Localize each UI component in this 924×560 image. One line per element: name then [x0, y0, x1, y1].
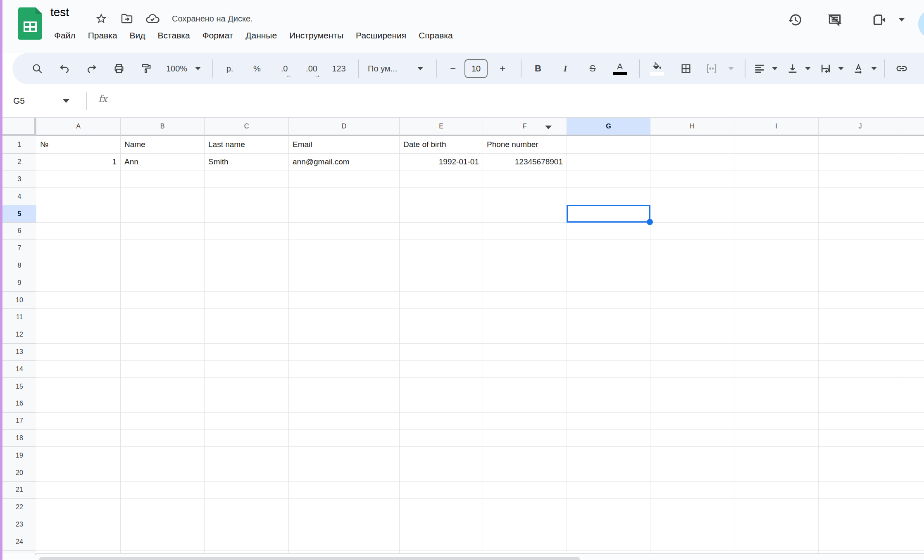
cell-G18[interactable]: [567, 430, 650, 447]
column-header-K[interactable]: K: [902, 118, 924, 136]
menu-format[interactable]: Формат: [196, 28, 240, 43]
cell-G3[interactable]: [567, 171, 650, 188]
cell-F13[interactable]: [483, 344, 567, 361]
cell-K2[interactable]: [902, 154, 924, 171]
cell-J9[interactable]: [819, 274, 902, 292]
cell-J20[interactable]: [819, 464, 902, 482]
cell-G19[interactable]: [567, 447, 650, 464]
column-header-J[interactable]: J: [819, 118, 902, 136]
cell-I12[interactable]: [734, 326, 819, 344]
cell-I9[interactable]: [734, 274, 819, 292]
cell-E5[interactable]: [400, 205, 483, 223]
cell-K14[interactable]: [902, 361, 924, 378]
cell-D5[interactable]: [289, 205, 400, 223]
cell-A18[interactable]: [36, 430, 121, 447]
strikethrough-button[interactable]: S: [583, 58, 603, 79]
cell-D18[interactable]: [289, 430, 400, 447]
cell-F3[interactable]: [483, 171, 567, 188]
cell-B12[interactable]: [121, 326, 205, 344]
cell-C5[interactable]: [205, 205, 289, 223]
cell-F2[interactable]: 12345678901: [483, 154, 567, 171]
cell-D7[interactable]: [289, 240, 400, 257]
cell-G8[interactable]: [567, 257, 650, 275]
column-header-A[interactable]: A: [36, 118, 121, 136]
meet-camera-icon[interactable]: [870, 11, 888, 29]
cell-D10[interactable]: [289, 292, 400, 309]
cell-J19[interactable]: [819, 447, 902, 464]
cell-K23[interactable]: [902, 516, 924, 534]
cell-D19[interactable]: [289, 447, 400, 464]
row-header-6[interactable]: 6: [2, 223, 36, 240]
menu-extensions[interactable]: Расширения: [350, 28, 412, 43]
cell-partial-K[interactable]: [902, 551, 924, 554]
cell-A1[interactable]: №: [36, 136, 121, 154]
paint-format-icon[interactable]: [136, 58, 156, 79]
cell-H23[interactable]: [650, 516, 734, 534]
cell-C2[interactable]: Smith: [205, 154, 289, 171]
cell-F24[interactable]: [483, 533, 567, 551]
cell-F10[interactable]: [483, 292, 567, 309]
cell-C24[interactable]: [205, 533, 289, 551]
row-header-24[interactable]: 24: [2, 533, 36, 551]
meet-dropdown-caret[interactable]: [896, 11, 907, 29]
text-color-button[interactable]: A: [610, 58, 630, 79]
star-icon[interactable]: [94, 12, 108, 26]
column-header-G[interactable]: G: [567, 118, 650, 136]
cell-F21[interactable]: [483, 482, 567, 499]
cell-J23[interactable]: [819, 516, 902, 534]
row-header-20[interactable]: 20: [2, 464, 36, 482]
filter-dropdown-icon[interactable]: [545, 126, 552, 129]
cell-B22[interactable]: [121, 499, 205, 516]
cell-F12[interactable]: [483, 326, 567, 344]
cell-I15[interactable]: [734, 378, 819, 395]
cell-D20[interactable]: [289, 464, 400, 482]
cell-I20[interactable]: [734, 464, 819, 482]
font-family-select[interactable]: По ум...: [365, 58, 427, 79]
cell-A24[interactable]: [36, 533, 121, 551]
cell-A10[interactable]: [36, 292, 121, 309]
cell-A21[interactable]: [36, 482, 121, 499]
cell-D15[interactable]: [289, 378, 400, 395]
cell-C14[interactable]: [205, 361, 289, 378]
cell-K22[interactable]: [902, 499, 924, 516]
cell-H8[interactable]: [650, 257, 734, 275]
row-header-9[interactable]: 9: [2, 274, 36, 292]
cell-J6[interactable]: [819, 223, 902, 240]
row-header-13[interactable]: 13: [2, 344, 36, 361]
cell-J24[interactable]: [819, 533, 902, 551]
cell-G20[interactable]: [567, 464, 650, 482]
cell-G4[interactable]: [567, 188, 650, 205]
cell-G24[interactable]: [567, 533, 650, 551]
cell-E21[interactable]: [400, 482, 483, 499]
cell-G21[interactable]: [567, 482, 650, 499]
cell-C16[interactable]: [205, 395, 289, 413]
cell-B14[interactable]: [121, 361, 205, 378]
cell-G15[interactable]: [567, 378, 650, 395]
text-wrap-button[interactable]: [818, 58, 845, 79]
cell-E2[interactable]: 1992-01-01: [400, 154, 483, 171]
increase-font-size-button[interactable]: +: [493, 58, 512, 79]
horizontal-scrollbar-thumb[interactable]: [39, 557, 580, 560]
cell-E15[interactable]: [400, 378, 483, 395]
cell-C22[interactable]: [205, 499, 289, 516]
cell-F9[interactable]: [483, 274, 567, 292]
cell-G11[interactable]: [567, 309, 650, 326]
cell-E10[interactable]: [400, 292, 483, 309]
row-header-14[interactable]: 14: [2, 361, 36, 378]
row-header-18[interactable]: 18: [2, 430, 36, 447]
cell-B16[interactable]: [121, 395, 205, 413]
cell-H13[interactable]: [650, 344, 734, 361]
cell-I14[interactable]: [734, 361, 819, 378]
comments-icon[interactable]: [826, 11, 844, 29]
vertical-align-button[interactable]: [785, 58, 812, 79]
menu-help[interactable]: Справка: [412, 28, 459, 43]
cell-H16[interactable]: [650, 395, 734, 413]
cell-partial-C[interactable]: [205, 551, 289, 554]
row-header-23[interactable]: 23: [2, 516, 36, 534]
cell-B20[interactable]: [121, 464, 205, 482]
horizontal-align-button[interactable]: [752, 58, 779, 79]
cell-J12[interactable]: [819, 326, 902, 344]
cell-I21[interactable]: [734, 482, 819, 499]
cell-A5[interactable]: [36, 205, 121, 223]
cell-H14[interactable]: [650, 361, 734, 378]
